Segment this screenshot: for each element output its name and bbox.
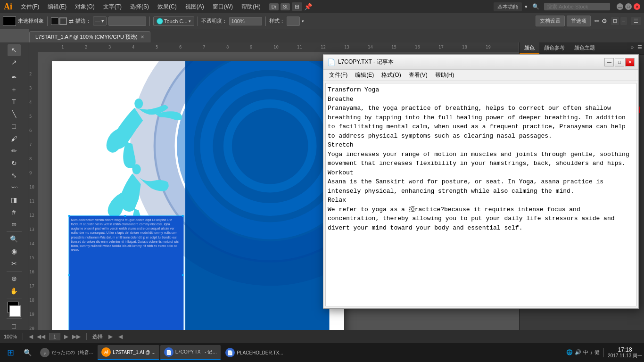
notepad-minimize[interactable]: — <box>604 58 614 66</box>
style-arrow[interactable]: ▾ <box>302 19 304 24</box>
panel-tab-color-ref[interactable]: 颜色参考 <box>539 42 570 54</box>
hand-tool[interactable]: ✋ <box>8 285 21 296</box>
st-icon[interactable]: St <box>281 3 289 10</box>
notepad-textarea[interactable]: Transform Yoga Breathe Pranayama, the yo… <box>325 83 636 306</box>
settings-icon[interactable]: ⚙ <box>602 17 607 25</box>
selection-tool[interactable]: ↖ <box>8 44 21 56</box>
taskbar-app-placeholder[interactable]: 📄 PLACEHOLDER.TX... <box>222 345 287 360</box>
tab-close-btn[interactable]: ✕ <box>140 34 144 40</box>
line-tool[interactable]: ╲ <box>8 108 21 120</box>
close-btn[interactable]: ✕ <box>634 3 640 10</box>
menu-window[interactable]: 窗口(W) <box>209 2 237 12</box>
swap-icon[interactable]: ⇄ <box>69 18 74 25</box>
menu-object[interactable]: 对象(O) <box>71 2 98 12</box>
network-icon[interactable]: 🌐 <box>566 349 573 355</box>
taskbar-app-music[interactable]: ♪ だったにの（纯音... <box>36 345 97 360</box>
paintbucket-tool[interactable]: ◉ <box>8 246 21 257</box>
warp-tool[interactable]: 〰 <box>8 181 21 193</box>
np-menu-edit[interactable]: 编辑(E) <box>351 70 378 80</box>
panel-icon-2[interactable]: ≡ <box>620 17 627 25</box>
ai-logo: Ai <box>4 2 12 12</box>
search-input[interactable] <box>544 3 610 10</box>
status-back[interactable]: ◀ <box>118 333 123 340</box>
hamburger-menu[interactable]: ☰ <box>631 17 641 25</box>
prev-page-btn[interactable]: ◀ <box>29 333 33 340</box>
opacity-label: 不透明度： <box>201 17 227 25</box>
type-tool[interactable]: T <box>8 96 21 108</box>
svg-text:4: 4 <box>132 45 134 49</box>
notepad-close[interactable]: ✕ <box>625 58 635 66</box>
panel-menu-btn[interactable]: ☰ <box>636 42 644 54</box>
svg-rect-57 <box>182 274 184 276</box>
doc-tab-active[interactable]: L7START_1.AI* @ 100% (CMYK/GPU 预选) ✕ <box>29 31 150 42</box>
color-swatches[interactable] <box>6 302 23 317</box>
np-menu-help[interactable]: 帮助(H) <box>431 70 458 80</box>
zoom-tool[interactable]: ⊕ <box>8 273 21 285</box>
page-input[interactable] <box>49 333 60 340</box>
volume-icon[interactable]: 🔊 <box>575 349 581 355</box>
np-menu-file[interactable]: 文件(F) <box>325 70 351 80</box>
pin-icon[interactable]: 📌 <box>304 3 312 10</box>
pen-tool[interactable]: ✒ <box>8 72 21 83</box>
next-page-btn[interactable]: ▶ <box>64 333 68 340</box>
fill-swatch-bar[interactable] <box>108 16 146 26</box>
panel-icon-1[interactable]: ⊞ <box>611 17 619 25</box>
svg-text:14: 14 <box>29 241 34 246</box>
cn-input-icon[interactable]: 中 <box>583 349 588 356</box>
background-color[interactable] <box>9 305 21 317</box>
stroke-weight-dropdown[interactable]: — ▾ <box>93 16 107 25</box>
input-health[interactable]: 健 <box>594 349 600 356</box>
page-start-btn[interactable]: ◀◀ <box>37 333 45 340</box>
maximize-btn[interactable]: □ <box>625 3 632 10</box>
menu-edit[interactable]: 编辑(E) <box>44 2 70 12</box>
doc-settings-btn[interactable]: 文档设置 <box>536 16 565 26</box>
workspace-btn[interactable]: 基本功能 <box>494 2 522 11</box>
direct-selection-tool[interactable]: ↗ <box>8 57 21 68</box>
selection-swatch[interactable] <box>3 16 16 26</box>
pencil-tool[interactable]: ✏ <box>8 145 21 156</box>
scissors-tool[interactable]: ✂ <box>8 258 21 270</box>
status-arrow[interactable]: ▶ <box>108 333 113 340</box>
touch-dropdown[interactable]: Touch C... ▾ <box>153 16 194 26</box>
menu-type[interactable]: 文字(T) <box>99 2 125 12</box>
panel-tab-color-theme[interactable]: 颜色主题 <box>570 42 600 54</box>
menu-select[interactable]: 选择(S) <box>126 2 153 12</box>
stroke-color[interactable] <box>59 17 67 25</box>
panel-expand-btn[interactable]: » <box>629 42 636 54</box>
panel-tab-color[interactable]: 颜色 <box>520 42 539 54</box>
gradient-tool[interactable]: ◨ <box>8 194 21 206</box>
rotate-tool[interactable]: ↻ <box>8 157 21 169</box>
pen-tool-icon[interactable]: ✏ <box>594 17 600 25</box>
blend-tool[interactable]: ∞ <box>8 218 21 230</box>
menu-file[interactable]: 文件(F) <box>17 2 43 12</box>
grid-icon[interactable]: ⊞ <box>292 2 302 11</box>
menu-view[interactable]: 视图(A) <box>182 2 208 12</box>
fill-color[interactable] <box>51 17 58 25</box>
np-menu-format[interactable]: 格式(O) <box>378 70 405 80</box>
page-end-btn[interactable]: ▶▶ <box>72 333 81 340</box>
dr-icon[interactable]: Dr <box>269 3 279 10</box>
paintbrush-tool[interactable]: 🖌 <box>8 132 21 144</box>
style-swatch[interactable] <box>287 16 300 26</box>
preferences-btn[interactable]: 首选项 <box>567 16 591 26</box>
taskbar-clock[interactable]: 17:18 2017.11.13 周一 <box>608 346 642 359</box>
notepad-content-area[interactable]: Transform Yoga Breathe Pranayama, the yo… <box>323 81 638 308</box>
mesh-tool[interactable]: # <box>8 206 21 218</box>
opacity-input[interactable] <box>229 17 262 25</box>
input-extra[interactable]: ♪ <box>590 350 593 355</box>
add-anchor-tool[interactable]: + <box>8 84 21 96</box>
taskbar-app-ai[interactable]: Ai L7START_1.AI @ ... <box>98 345 159 360</box>
search-taskbar-btn[interactable]: 🔍 <box>20 345 35 360</box>
taskbar-app-notepad[interactable]: 📄 L7COPY.TXT - 记… <box>160 345 221 360</box>
menu-effect[interactable]: 效果(C) <box>154 2 181 12</box>
start-button[interactable]: ⊞ <box>2 344 19 361</box>
notepad-window[interactable]: 📄 L7COPY.TXT - 记事本 — □ ✕ 文件(F) 编辑(E) 格式(… <box>323 54 639 309</box>
eyedropper-tool[interactable]: 🔍 <box>8 233 21 245</box>
menu-help[interactable]: 帮助(H) <box>238 2 264 12</box>
document-canvas[interactable]: Num doloreetum venim dolore magna feugue… <box>52 61 344 344</box>
rect-tool[interactable]: □ <box>8 121 21 132</box>
minimize-btn[interactable]: — <box>617 3 623 10</box>
np-menu-view[interactable]: 查看(V) <box>405 70 431 80</box>
notepad-maximize[interactable]: □ <box>615 58 624 66</box>
scale-tool[interactable]: ⤡ <box>8 169 21 181</box>
